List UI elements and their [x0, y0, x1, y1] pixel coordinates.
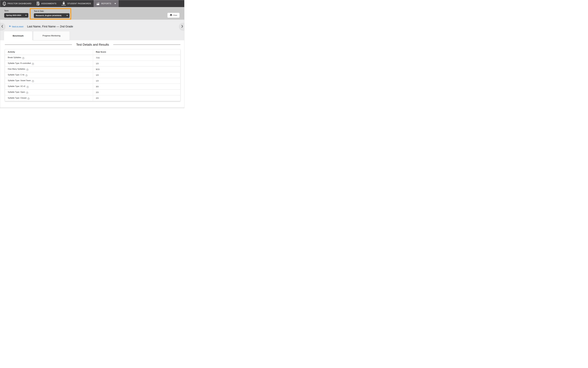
chevron-left-icon [1, 25, 3, 28]
help-icon[interactable]: ? [26, 92, 28, 94]
raw-score-value: 1/3 [93, 72, 180, 78]
help-icon[interactable]: ? [32, 80, 34, 82]
table-row: How Many Syllables? 9/15 [5, 66, 181, 72]
test-date-highlight-box: Test & Date: Research, English (4/16/202… [30, 8, 71, 20]
activity-label: Syllable Type: C+le [8, 74, 24, 76]
test-date-dropdown[interactable]: Research, English (4/16/2024) [34, 13, 70, 18]
activity-label: Syllable Type: R-controlled [8, 62, 31, 64]
benchmark-panel: Test Details and Results Activity Raw Sc… [0, 40, 184, 108]
table-row: Syllable Type: Closed? 2/3 [5, 95, 181, 101]
back-to-report-label: Back to report [12, 25, 24, 28]
nav-item-label: REPORTS [101, 3, 111, 5]
gauge-icon [3, 2, 6, 6]
nav-item-label: PROCTOR DASHBOARD [8, 3, 32, 5]
previous-student-button[interactable] [0, 23, 5, 30]
raw-score-value: 1/3 [93, 61, 180, 66]
help-icon[interactable]: ? [27, 98, 29, 100]
term-label: Term: [4, 10, 28, 12]
table-row: Syllable Type: Open? 2/3 [5, 90, 181, 95]
column-header-activity: Activity [5, 49, 93, 55]
raw-score-value: 3/3 [93, 84, 180, 90]
help-icon[interactable]: ? [22, 57, 24, 59]
activity-label: Syllable Type: Closed [8, 97, 26, 99]
help-icon[interactable]: ? [27, 86, 29, 88]
help-icon[interactable]: ? [26, 69, 28, 71]
filter-bar: Term: Spring 2023-2024 Test & Date: Rese… [0, 7, 184, 20]
heading-rule-left [5, 45, 72, 45]
activity-label: Syllable Type: VC+E [8, 85, 26, 87]
area-chart-icon [96, 2, 100, 5]
chevron-down-icon [25, 15, 27, 16]
next-student-button[interactable] [179, 23, 184, 30]
table-row: Syllable Type: R-controlled? 1/3 [5, 61, 181, 66]
column-header-raw-score: Raw Score [93, 49, 180, 55]
arrow-left-icon [9, 25, 11, 28]
test-date-dropdown-value: Research, English (4/16/2024) [36, 14, 61, 17]
raw-score-value: 1/3 [93, 78, 180, 84]
activity-label: How Many Syllables [8, 68, 25, 70]
test-date-label: Test & Date: [34, 10, 70, 12]
help-icon[interactable]: ? [25, 74, 27, 76]
nav-item-assignments[interactable]: ASSIGNMENTS [34, 0, 59, 7]
activity-label: Break Syllables [8, 56, 21, 58]
back-to-report-link[interactable]: Back to report [9, 25, 24, 28]
activity-label: Syllable Type: Open [8, 91, 25, 93]
help-icon[interactable]: ? [32, 63, 34, 65]
table-row: Break Syllables? 7/15 [5, 55, 181, 61]
assignment-check-icon [37, 2, 40, 6]
nav-item-student-passwords[interactable]: ✱✱✱✱ STUDENT PASSWORDS [59, 0, 94, 7]
tab-progress-monitoring[interactable]: Progress Monitoring [33, 31, 70, 40]
table-row: Syllable Type: VC+E? 3/3 [5, 84, 181, 90]
tab-bar: Benchmark Progress Monitoring [4, 31, 70, 40]
table-row: Syllable Type: Vowel Team? 1/3 [5, 78, 181, 84]
nav-item-label: STUDENT PASSWORDS [67, 3, 91, 5]
term-dropdown[interactable]: Spring 2023-2024 [4, 13, 28, 18]
term-filter-group: Term: Spring 2023-2024 [4, 10, 28, 18]
table-header-row: Activity Raw Score [5, 49, 181, 55]
lock-icon: ✱✱✱✱ [62, 1, 66, 6]
student-title: Last Name, First Name — 2nd Grade [27, 25, 73, 28]
print-button-label: Print [173, 14, 177, 16]
raw-score-value: 7/15 [93, 55, 180, 61]
print-button[interactable]: Print [167, 13, 180, 18]
top-nav: PROCTOR DASHBOARD ASSIGNMENTS [0, 0, 184, 7]
print-icon [170, 14, 172, 17]
section-title: Test Details and Results [76, 43, 109, 46]
nav-item-proctor-dashboard[interactable]: PROCTOR DASHBOARD [0, 0, 34, 7]
password-asterisks: ✱✱✱✱ [62, 5, 66, 6]
raw-score-value: 2/3 [93, 90, 180, 95]
nav-item-label: ASSIGNMENTS [41, 3, 56, 5]
section-heading: Test Details and Results [5, 43, 181, 46]
raw-score-value: 2/3 [93, 95, 180, 101]
heading-rule-right [113, 45, 181, 45]
app-window: PROCTOR DASHBOARD ASSIGNMENTS [0, 0, 184, 108]
raw-score-value: 9/15 [93, 66, 180, 72]
activity-label: Syllable Type: Vowel Team [8, 79, 31, 82]
nav-item-reports[interactable]: REPORTS [94, 0, 119, 7]
term-dropdown-value: Spring 2023-2024 [6, 14, 21, 16]
chevron-right-icon [181, 25, 183, 28]
chevron-down-icon [66, 15, 68, 16]
tab-benchmark[interactable]: Benchmark [4, 31, 32, 40]
results-table: Activity Raw Score Break Syllables? 7/15… [5, 49, 181, 101]
report-header: Back to report Last Name, First Name — 2… [9, 23, 73, 30]
report-area: Back to report Last Name, First Name — 2… [0, 20, 184, 108]
chevron-down-icon [114, 3, 116, 4]
table-row: Syllable Type: C+le? 1/3 [5, 72, 181, 78]
